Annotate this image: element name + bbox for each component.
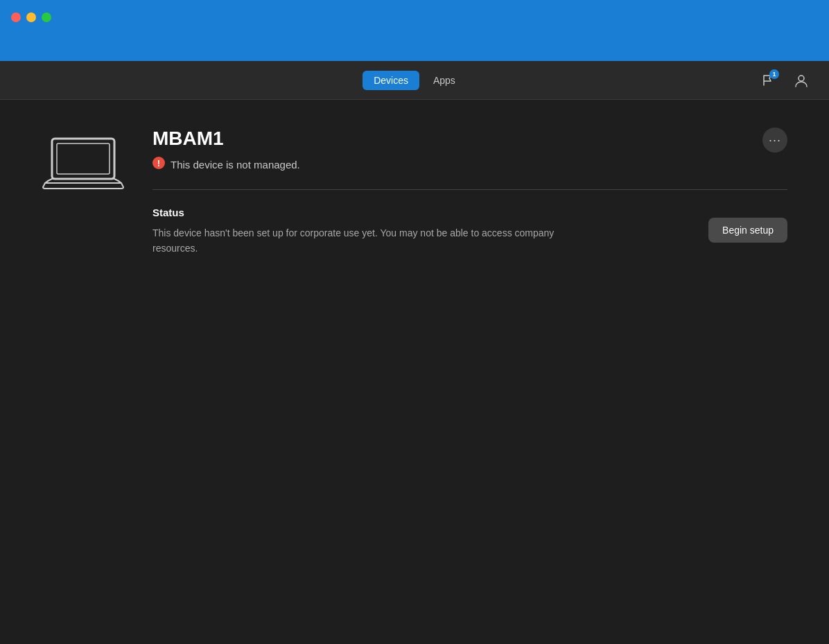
status-action-row: Status This device hasn't been set up fo…: [152, 207, 787, 256]
tab-devices[interactable]: Devices: [363, 71, 419, 90]
close-button[interactable]: [11, 12, 21, 22]
action-block: Begin setup: [708, 207, 787, 243]
more-options-button[interactable]: ···: [762, 128, 787, 153]
svg-text:!: !: [157, 158, 160, 168]
device-status-row: ! This device is not managed.: [152, 157, 787, 173]
flag-button[interactable]: 1: [757, 69, 779, 92]
error-icon: !: [152, 157, 165, 173]
flag-badge: 1: [769, 69, 779, 79]
begin-setup-button[interactable]: Begin setup: [708, 218, 787, 243]
traffic-lights: [11, 12, 51, 22]
divider: [152, 189, 787, 190]
device-info: MBAM1 ! This device is not managed. Stat…: [152, 128, 787, 256]
device-icon-container: [42, 133, 125, 198]
device-name: MBAM1: [152, 128, 787, 150]
laptop-icon: [42, 133, 125, 195]
user-icon: [794, 73, 809, 88]
title-bar: [0, 0, 829, 61]
nav-bar: Devices Apps 1: [0, 61, 829, 100]
status-description: This device hasn't been set up for corpo…: [152, 225, 582, 256]
tab-apps[interactable]: Apps: [422, 71, 466, 90]
svg-rect-2: [57, 143, 110, 174]
svg-rect-1: [52, 139, 114, 179]
minimize-button[interactable]: [26, 12, 36, 22]
nav-actions: 1: [757, 69, 812, 92]
svg-point-0: [799, 76, 804, 81]
maximize-button[interactable]: [42, 12, 51, 22]
device-card: MBAM1 ! This device is not managed. Stat…: [42, 128, 787, 256]
device-managed-status: This device is not managed.: [171, 159, 300, 171]
status-text-block: Status This device hasn't been set up fo…: [152, 207, 681, 256]
user-button[interactable]: [790, 69, 812, 92]
status-section-title: Status: [152, 207, 681, 218]
nav-tabs: Devices Apps: [363, 71, 466, 90]
main-content: MBAM1 ! This device is not managed. Stat…: [0, 100, 829, 284]
